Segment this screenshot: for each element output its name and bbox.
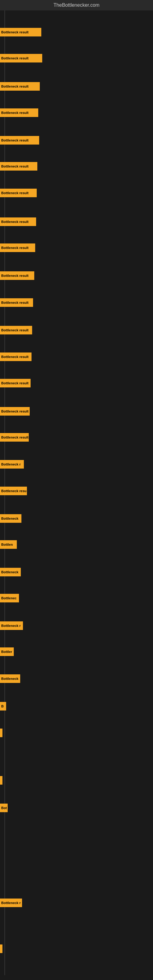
bottleneck-bar-10: Bottleneck result [0,271,34,280]
bottleneck-bar-20: Bottlen [0,540,17,549]
bottleneck-bar-31 [0,945,2,953]
bottleneck-bar-25: Bottleneck [0,675,20,683]
bottleneck-bar-24: Bottler [0,648,14,656]
bottleneck-bar-3: Bottleneck result [0,82,40,91]
bottleneck-bar-14: Bottleneck result [0,379,30,387]
chart-area: Bottleneck resultBottleneck resultBottle… [0,10,153,975]
bottleneck-bar-27 [0,729,2,737]
bottleneck-bar-13: Bottleneck result [0,353,32,361]
bottleneck-bar-21: Bottleneck [0,568,21,576]
bottleneck-bar-28 [0,776,2,784]
bottleneck-bar-9: Bottleneck result [0,243,35,252]
bottleneck-bar-29: Bot [0,803,8,812]
bottleneck-bar-5: Bottleneck result [0,136,39,145]
bottleneck-bar-30: Bottleneck r [0,899,22,907]
bottleneck-bar-18: Bottleneck resu [0,487,27,495]
bottleneck-bar-7: Bottleneck result [0,189,37,197]
bottleneck-bar-16: Bottleneck result [0,433,29,442]
bottleneck-bar-11: Bottleneck result [0,298,33,307]
bottleneck-bar-12: Bottleneck result [0,326,32,334]
bottleneck-bar-26: B [0,702,6,711]
bottleneck-bar-8: Bottleneck result [0,218,36,226]
bottleneck-bar-6: Bottleneck result [0,162,37,170]
site-title: TheBottlenecker.com [0,0,153,10]
bottleneck-bar-4: Bottleneck result [0,108,38,117]
bottleneck-bar-17: Bottleneck r [0,460,24,469]
bottleneck-bar-15: Bottleneck result [0,407,30,415]
bottleneck-bar-19: Bottleneck [0,514,21,523]
bottleneck-bar-1: Bottleneck result [0,28,41,37]
bottleneck-bar-23: Bottleneck r [0,621,23,630]
bottleneck-bar-22: Bottlenec [0,594,19,602]
bottleneck-bar-2: Bottleneck result [0,54,42,62]
site-header: TheBottlenecker.com [0,0,153,10]
